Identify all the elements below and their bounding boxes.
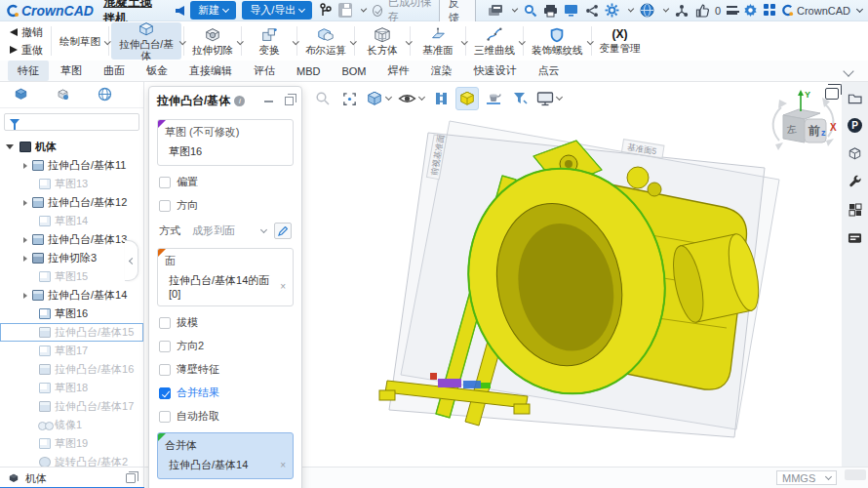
visibility-button[interactable] [396,87,426,110]
share-icon[interactable] [584,2,599,20]
import-export-button[interactable]: 导入/导出 [242,1,312,20]
version-branch-icon[interactable] [318,2,333,20]
crowncad-logo[interactable]: CrownCAD [6,3,94,19]
save-icon[interactable] [338,3,352,18]
tool-extrude-cut-button[interactable]: 拉伸切除 [186,22,239,60]
tool-cuboid-button[interactable]: 长方体 [357,22,408,60]
tool-datum-plane-button[interactable]: 基准面 [413,22,463,60]
draft-checkbox[interactable]: 拔模 [159,315,292,330]
expand-caret-icon[interactable] [23,200,27,206]
thin-feature-checkbox[interactable]: 薄壁特征 [159,362,292,377]
tab-sheetmetal[interactable]: 钣金 [137,61,178,81]
preferences-gear-icon[interactable] [743,2,758,20]
tree-filter-input[interactable] [4,113,139,131]
account-menu[interactable]: CrownCAD [781,4,862,17]
merge-body-value[interactable]: 拉伸凸台/基体14× [165,458,286,472]
tool-3d-curve-button[interactable]: 三维曲线 [468,22,521,60]
tree-item[interactable]: 草图18 [0,379,143,397]
merge-result-checkbox[interactable]: 合并结果 [159,386,292,400]
tree-item[interactable]: 旋转凸台/基体2 [0,453,143,467]
minimize-icon[interactable] [264,101,273,102]
print-icon[interactable] [543,2,558,20]
like-icon[interactable] [694,2,709,20]
tab-mbd[interactable]: MBD [287,62,330,80]
offset-checkbox[interactable]: 偏置 [159,175,292,189]
zoom-button[interactable] [311,87,335,110]
edit-face-button[interactable] [274,223,292,239]
save-chevron-icon[interactable] [361,6,368,13]
tree-root-part[interactable]: 机体 [0,138,143,156]
profile-p-icon[interactable] [848,118,862,133]
info-icon[interactable] [234,96,245,106]
appearance-button[interactable] [455,87,479,110]
tree-item[interactable]: 拉伸凸台/基体13 [0,230,143,249]
remove-face-icon[interactable]: × [280,282,286,292]
tree-item[interactable]: 草图13 [0,175,143,193]
tree-item[interactable]: 草图14 [0,212,143,230]
tree-item[interactable]: 拉伸凸台/基体11 [0,156,143,175]
panel-collapse-handle[interactable] [125,240,138,281]
tree-item-selected[interactable]: 拉伸凸台/基体15 [0,323,143,342]
tools-wrench-icon[interactable] [848,174,863,189]
face-value[interactable]: 拉伸凸台/基体14的面[0]× [165,273,286,300]
remove-body-icon[interactable]: × [280,461,286,470]
render-button[interactable] [482,87,505,110]
tree-item[interactable]: 草图19 [0,434,143,453]
tree-item[interactable]: 草图15 [0,267,143,286]
shortcut-keyboard-icon[interactable] [848,230,863,246]
help-globe-icon[interactable] [640,2,654,20]
batch-print-chevron-icon[interactable] [512,6,519,13]
checkbox-icon[interactable] [159,177,171,188]
checkbox-icon[interactable] [159,341,171,352]
tree-item[interactable]: 拉伸凸台/基体14 [0,286,143,305]
tool-sketch-button[interactable]: 绘制草图 [54,22,106,60]
bottom-part-tab[interactable]: 机体 [0,468,144,488]
back-icon[interactable] [176,6,184,16]
view-navigation-cube[interactable]: 左 前 Y z X [766,86,842,164]
checkbox-icon[interactable] [159,317,171,329]
view-orientation-button[interactable] [364,87,393,110]
new-button[interactable]: 新建 [190,1,236,20]
ribbon-collapse-icon[interactable] [843,65,853,76]
tool-variable-manager-button[interactable]: (X) 变量管理 [594,22,647,60]
tab-bom[interactable]: BOM [332,62,375,80]
expand-caret-icon[interactable] [23,237,27,243]
apps-panel-icon[interactable] [848,202,863,218]
direction2-checkbox[interactable]: 方向2 [159,339,292,353]
section-view-button[interactable] [429,87,453,110]
batch-print-icon[interactable] [488,2,503,20]
tree-item[interactable]: 拉伸切除3 [0,249,143,267]
tab-evaluate[interactable]: 评估 [244,61,285,81]
tab-weldment[interactable]: 焊件 [378,61,419,81]
apps-grid-icon[interactable] [764,4,775,17]
redo-button[interactable]: 重做 [10,43,43,58]
gear-chevron-icon[interactable] [628,6,635,13]
tree-item[interactable]: 草图17 [0,342,143,360]
zoom-fit-button[interactable] [337,87,361,110]
checkbox-icon[interactable] [159,200,171,212]
tool-transform-button[interactable]: 变换 [244,22,295,60]
tree-item[interactable]: 镜像1 [0,416,143,434]
tool-extrude-boss-button[interactable]: 拉伸凸台/基体 [111,22,181,60]
globe-chevron-icon[interactable] [663,6,670,13]
selection-filter-button[interactable] [508,87,532,110]
units-select[interactable]: MMGS [776,470,837,485]
tree-item[interactable]: 草图16 [0,305,143,323]
tab-quick-design[interactable]: 快速设计 [464,61,527,81]
tree-item[interactable]: 拉伸凸台/基体16 [0,360,143,379]
tool-boolean-button[interactable]: 布尔运算 [299,22,352,60]
viewcube-left-label[interactable]: 左 [786,123,797,135]
settings-gear-icon[interactable] [605,2,619,20]
checkbox-icon[interactable] [159,364,171,376]
tab-point-cloud[interactable]: 点云 [529,61,570,81]
web-tab-icon[interactable] [98,87,112,103]
checkbox-checked-icon[interactable] [159,387,171,399]
new-window-icon[interactable] [126,473,136,483]
sketch-value[interactable]: 草图16 [165,144,286,159]
expand-caret-icon[interactable] [6,144,14,149]
auto-pick-checkbox[interactable]: 自动拾取 [159,409,292,424]
library-folder-icon[interactable] [848,90,863,105]
tab-direct-edit[interactable]: 直接编辑 [179,61,242,81]
tool-cosmetic-thread-button[interactable]: 装饰螺纹线 [526,22,589,60]
undo-button[interactable]: 撤销 [10,25,43,40]
